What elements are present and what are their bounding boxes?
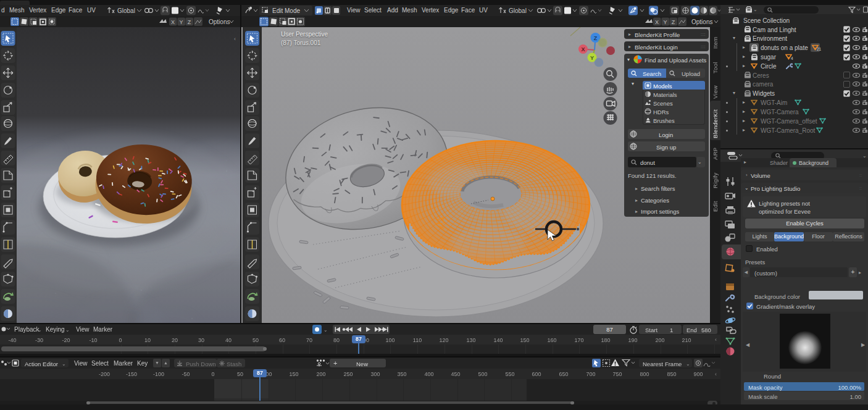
svg-text:Z: Z (188, 19, 191, 25)
svg-text:Global: Global (117, 7, 135, 14)
svg-text:Z: Z (672, 19, 675, 25)
svg-text:Y: Y (590, 55, 594, 61)
svg-text:Z: Z (594, 35, 598, 41)
svg-text:Options: Options (209, 19, 230, 25)
svg-text:X: X (655, 19, 659, 25)
svg-text:X: X (581, 46, 585, 52)
svg-text:Y: Y (663, 19, 667, 25)
svg-text:Edit Mode: Edit Mode (272, 7, 300, 14)
svg-text:Global: Global (509, 7, 527, 14)
svg-text:Options: Options (691, 19, 712, 25)
svg-text:X: X (171, 19, 175, 25)
svg-text:Y: Y (179, 19, 183, 25)
